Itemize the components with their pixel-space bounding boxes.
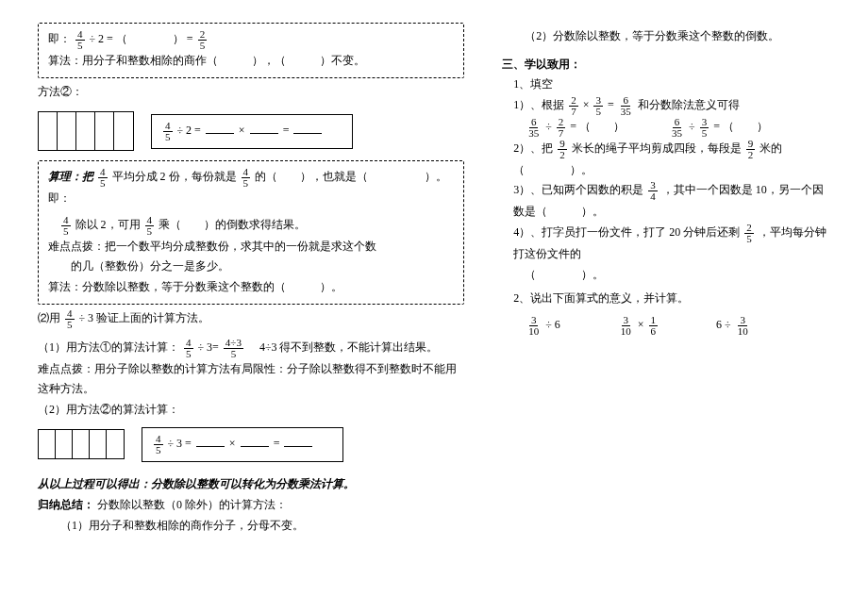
- fraction-4-5: 45: [65, 308, 75, 330]
- fraction-3-10: 310: [736, 315, 750, 337]
- q1-4: 4）、打字员打一份文件，打了 20 分钟后还剩 25 ，平均每分钟打这份文件的: [502, 223, 830, 265]
- q1-3: 3）、已知两个因数的积是 34 ，其中一个因数是 10，另一个因数是（ ）。: [502, 180, 830, 223]
- section-3-title: 三、学以致用：: [502, 55, 830, 75]
- left-column: 即： 45 ÷ 2 = （ ） = 25 算法：用分子和整数相除的商作（ ），（…: [38, 19, 464, 594]
- fraction-3-5: 35: [593, 95, 603, 117]
- text: 和分数除法意义可得: [638, 98, 740, 111]
- text: ÷: [689, 120, 698, 133]
- fraction-4-5: 45: [163, 121, 173, 142]
- fraction-4-5: 45: [98, 167, 108, 189]
- text: = （ ）: [713, 120, 768, 133]
- method1-calc: （1）用方法①的算法计算： 45 ÷ 3= 4÷35 4÷3 得不到整数，不能计…: [38, 338, 464, 359]
- text: 除以 2，可用: [75, 218, 141, 231]
- fraction-9-2: 92: [558, 139, 567, 160]
- text: 4÷3 得不到整数，不能计算出结果。: [248, 340, 439, 354]
- fraction-1-6: 16: [649, 315, 659, 337]
- blank: [250, 121, 278, 134]
- blank: [284, 434, 312, 447]
- q2-title: 2、说出下面算式的意义，并计算。: [502, 289, 830, 309]
- text: ÷ 6: [545, 318, 560, 331]
- conclusion: 从以上过程可以得出：分数除以整数可以转化为分数乘法计算。: [38, 474, 464, 495]
- text: ×: [638, 318, 647, 331]
- fraction-4-5: 45: [184, 338, 193, 359]
- text: 乘（ ）的倒数求得结果。: [159, 218, 306, 231]
- summary-1: （1）用分子和整数相除的商作分子，分母不变。: [38, 516, 464, 537]
- hard-point: 难点点拨：用分子除以整数的计算方法有局限性：分子除以整数得不到整数时不能用这种方…: [38, 359, 464, 400]
- equation-box-2: 45 ÷ 3 = × =: [142, 427, 343, 462]
- box2-line1: 算理：把 45 平均分成 2 份，每份就是 45 的（ ），也就是（ ）。即：: [48, 167, 454, 209]
- text: = （ ）: [570, 120, 625, 133]
- blank: [196, 434, 225, 447]
- blank: [241, 434, 269, 447]
- fraction-4-5: 45: [145, 215, 155, 237]
- text: 4）、打字员打一份文件，打了 20 分钟后还剩: [513, 225, 743, 239]
- text: 米长的绳子平均剪成四段，每段是: [572, 141, 742, 155]
- expr-1: 310 ÷ 6: [525, 315, 560, 337]
- fraction-3-5: 35: [700, 117, 709, 139]
- text: ×: [229, 437, 239, 450]
- text: ×: [583, 98, 593, 111]
- expression-row: 310 ÷ 6 310 × 16 6 ÷ 310: [525, 315, 830, 337]
- fraction-2-5: 25: [744, 223, 754, 244]
- fraction-4-5: 45: [242, 167, 251, 189]
- expr-3: 6 ÷ 310: [716, 315, 752, 337]
- verify-line: ⑵用 45 ÷ 3 验证上面的计算方法。: [38, 308, 464, 330]
- text: 即：: [48, 32, 71, 45]
- partition-row-2: 45 ÷ 3 = × =: [38, 425, 464, 463]
- box2-line2: 45 除以 2，可用 45 乘（ ）的倒数求得结果。: [48, 215, 454, 237]
- partition-diagram: [38, 429, 125, 459]
- box2-line4: 算法：分数除以整数，等于分数乘这个整数的（ ）。: [48, 277, 454, 298]
- text: （1）用方法①的算法计算：: [38, 340, 179, 354]
- fraction-4d3-5: 4÷35: [224, 338, 243, 359]
- text: 1）、根据: [513, 98, 567, 111]
- partition-diagram: [38, 111, 134, 151]
- text: ÷ 3 验证上面的计算方法。: [79, 311, 210, 324]
- fraction-9-2: 92: [746, 139, 756, 160]
- fraction-2-5: 25: [198, 29, 208, 51]
- text: ×: [239, 124, 248, 137]
- blank: [293, 121, 322, 134]
- text: 平均分成 2 份，每份就是: [112, 170, 237, 183]
- text: ÷ 3 =: [168, 437, 194, 450]
- q1-4b: （ ）。: [502, 265, 830, 286]
- q1-title: 1、填空: [502, 75, 830, 95]
- text: 6 ÷: [716, 318, 734, 331]
- right-column: （2）分数除以整数，等于分数乘这个整数的倒数。 三、学以致用： 1、填空 1）、…: [502, 19, 830, 594]
- equation-box-1: 45 ÷ 2 = × =: [151, 114, 353, 149]
- fraction-2-7: 27: [569, 95, 578, 117]
- fraction-6-35: 635: [670, 117, 684, 139]
- fraction-4-5: 45: [154, 434, 163, 456]
- label-suanli: 算理：把: [48, 170, 93, 183]
- box1-line2: 算法：用分子和整数相除的商作（ ），（ ）不变。: [48, 51, 454, 72]
- summary-body: 分数除以整数（0 除外）的计算方法：: [97, 498, 287, 511]
- text: ÷ 2 =: [177, 124, 204, 137]
- fraction-6-35: 635: [619, 95, 633, 117]
- fraction-4-5: 45: [61, 215, 71, 237]
- blank: [206, 121, 234, 134]
- q1-2: 2）、把 92 米长的绳子平均剪成四段，每段是 92 米的（ ）。: [502, 139, 830, 181]
- q1-1-sub: 635 ÷ 27 = （ ） 635 ÷ 35 = （ ）: [502, 117, 830, 139]
- box2-line3: 难点点拨：把一个数平均分成整数份，求其中的一份就是求这个数: [48, 237, 454, 257]
- text: =: [283, 124, 292, 137]
- text: ÷: [545, 120, 555, 133]
- fraction-4-5: 45: [75, 29, 85, 51]
- fraction-2-7: 27: [557, 117, 566, 139]
- rule-2: （2）分数除以整数，等于分数乘这个整数的倒数。: [502, 26, 830, 47]
- text: ÷ 2 = （ ） =: [90, 32, 196, 45]
- fraction-6-35: 635: [526, 117, 541, 139]
- text: 2）、把: [513, 141, 553, 155]
- fraction-3-10: 310: [526, 315, 541, 337]
- text: ÷ 3=: [198, 340, 219, 354]
- q1-1: 1）、根据 27 × 35 = 635 和分数除法意义可得: [502, 95, 830, 117]
- text: =: [608, 98, 617, 111]
- dashed-box-2: 算理：把 45 平均分成 2 份，每份就是 45 的（ ），也就是（ ）。即： …: [38, 160, 464, 304]
- method2-calc-label: （2）用方法②的算法计算：: [38, 400, 464, 421]
- text: ⑵用: [38, 311, 60, 324]
- partition-row-1: 45 ÷ 2 = × =: [38, 108, 464, 155]
- fraction-3-10: 310: [619, 315, 633, 337]
- text: =: [274, 437, 283, 450]
- text: 3）、已知两个因数的积是: [513, 184, 643, 197]
- summary-line: 归纳总结： 分数除以整数（0 除外）的计算方法：: [38, 495, 464, 516]
- dashed-box-1: 即： 45 ÷ 2 = （ ） = 25 算法：用分子和整数相除的商作（ ），（…: [38, 23, 464, 78]
- fraction-3-4: 34: [648, 180, 658, 202]
